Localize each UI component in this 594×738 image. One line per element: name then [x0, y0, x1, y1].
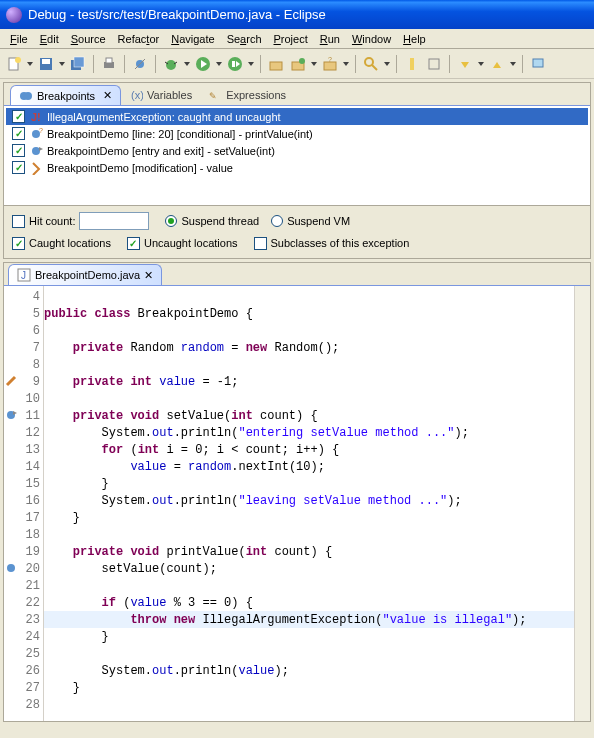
code-line[interactable]: }	[44, 509, 590, 526]
debug-button[interactable]	[161, 54, 181, 74]
menu-edit[interactable]: Edit	[34, 31, 65, 47]
gutter-line[interactable]: 5	[4, 305, 44, 322]
menu-source[interactable]: Source	[65, 31, 112, 47]
gutter-line[interactable]: 28	[4, 696, 44, 713]
code-line[interactable]	[44, 577, 590, 594]
code-line[interactable]: public class BreakpointDemo {	[44, 305, 590, 322]
gutter-line[interactable]: 14	[4, 458, 44, 475]
breakpoint-row[interactable]: J!IllegalArgumentException: caught and u…	[6, 108, 588, 125]
run-last-button[interactable]	[225, 54, 245, 74]
gutter-line[interactable]: 8	[4, 356, 44, 373]
code-area[interactable]: public class BreakpointDemo { private Ra…	[44, 286, 590, 713]
gutter-line[interactable]: 6	[4, 322, 44, 339]
dropdown-arrow[interactable]	[477, 54, 485, 74]
gutter-line[interactable]: 23	[4, 611, 44, 628]
code-line[interactable]: }	[44, 475, 590, 492]
close-icon[interactable]: ✕	[103, 89, 112, 102]
dropdown-arrow[interactable]	[383, 54, 391, 74]
code-line[interactable]: System.out.println("leaving setValue met…	[44, 492, 590, 509]
gutter-line[interactable]: 4	[4, 288, 44, 305]
menu-project[interactable]: Project	[268, 31, 314, 47]
gutter-line[interactable]: 19	[4, 543, 44, 560]
breakpoint-row[interactable]: BreakpointDemo [modification] - value	[6, 159, 588, 176]
suspend-thread-radio[interactable]	[165, 215, 177, 227]
gutter-line[interactable]: 11	[4, 407, 44, 424]
search-button[interactable]	[361, 54, 381, 74]
code-line[interactable]: private Random random = new Random();	[44, 339, 590, 356]
gutter-line[interactable]: 22	[4, 594, 44, 611]
annotation-next-button[interactable]	[487, 54, 507, 74]
new-class-button[interactable]	[288, 54, 308, 74]
editor-body[interactable]: 4567891011121314151617181920212223242526…	[4, 285, 590, 721]
code-line[interactable]: private int value = -1;	[44, 373, 590, 390]
breakpoint-checkbox[interactable]	[12, 144, 25, 157]
save-button[interactable]	[36, 54, 56, 74]
print-button[interactable]	[99, 54, 119, 74]
close-icon[interactable]: ✕	[144, 269, 153, 282]
new-button[interactable]	[4, 54, 24, 74]
dropdown-arrow[interactable]	[26, 54, 34, 74]
tab-breakpoints[interactable]: Breakpoints ✕	[10, 85, 121, 105]
menu-run[interactable]: Run	[314, 31, 346, 47]
vertical-scrollbar[interactable]	[574, 286, 590, 721]
breakpoint-checkbox[interactable]	[12, 127, 25, 140]
tab-variables[interactable]: (x)= Variables	[121, 85, 200, 105]
code-line[interactable]: private void setValue(int count) {	[44, 407, 590, 424]
gutter-line[interactable]: 26	[4, 662, 44, 679]
breakpoint-row[interactable]: ?BreakpointDemo [line: 20] [conditional]…	[6, 125, 588, 142]
code-line[interactable]: setValue(count);	[44, 560, 590, 577]
open-type-button[interactable]: ?	[320, 54, 340, 74]
dropdown-arrow[interactable]	[183, 54, 191, 74]
new-package-button[interactable]	[266, 54, 286, 74]
code-line[interactable]: System.out.println(value);	[44, 662, 590, 679]
gutter-line[interactable]: 13	[4, 441, 44, 458]
code-line[interactable]	[44, 356, 590, 373]
caught-checkbox[interactable]	[12, 237, 25, 250]
breakpoint-checkbox[interactable]	[12, 161, 25, 174]
suspend-vm-radio[interactable]	[271, 215, 283, 227]
gutter-line[interactable]: 16	[4, 492, 44, 509]
menu-window[interactable]: Window	[346, 31, 397, 47]
gutter-line[interactable]: 25	[4, 645, 44, 662]
gutter-line[interactable]: 9	[4, 373, 44, 390]
uncaught-checkbox[interactable]	[127, 237, 140, 250]
editor-tab[interactable]: J BreakpointDemo.java ✕	[8, 264, 162, 285]
dropdown-arrow[interactable]	[310, 54, 318, 74]
gutter-line[interactable]: 10	[4, 390, 44, 407]
gutter-line[interactable]: 21	[4, 577, 44, 594]
breakpoint-row[interactable]: BreakpointDemo [entry and exit] - setVal…	[6, 142, 588, 159]
editor-gutter[interactable]: 4567891011121314151617181920212223242526…	[4, 286, 44, 721]
dropdown-arrow[interactable]	[58, 54, 66, 74]
menu-file[interactable]: File	[4, 31, 34, 47]
gutter-line[interactable]: 20	[4, 560, 44, 577]
task-button[interactable]	[424, 54, 444, 74]
hit-count-field[interactable]	[79, 212, 149, 230]
gutter-line[interactable]: 12	[4, 424, 44, 441]
code-line[interactable]: }	[44, 628, 590, 645]
menu-help[interactable]: Help	[397, 31, 432, 47]
dropdown-arrow[interactable]	[509, 54, 517, 74]
save-all-button[interactable]	[68, 54, 88, 74]
breakpoints-list[interactable]: J!IllegalArgumentException: caught and u…	[4, 105, 590, 205]
code-line[interactable]	[44, 526, 590, 543]
hit-count-checkbox[interactable]	[12, 215, 25, 228]
menu-search[interactable]: Search	[221, 31, 268, 47]
gutter-line[interactable]: 15	[4, 475, 44, 492]
annotation-prev-button[interactable]	[455, 54, 475, 74]
subclasses-checkbox[interactable]	[254, 237, 267, 250]
code-line[interactable]	[44, 322, 590, 339]
dropdown-arrow[interactable]	[215, 54, 223, 74]
tab-expressions[interactable]: ✎ Expressions	[200, 85, 294, 105]
gutter-line[interactable]: 27	[4, 679, 44, 696]
menu-navigate[interactable]: Navigate	[165, 31, 220, 47]
code-line[interactable]	[44, 390, 590, 407]
dropdown-arrow[interactable]	[342, 54, 350, 74]
code-line[interactable]: if (value % 3 == 0) {	[44, 594, 590, 611]
pin-button[interactable]	[528, 54, 548, 74]
code-line[interactable]: value = random.nextInt(10);	[44, 458, 590, 475]
code-line[interactable]: }	[44, 679, 590, 696]
gutter-line[interactable]: 18	[4, 526, 44, 543]
code-line[interactable]	[44, 645, 590, 662]
code-line[interactable]: for (int i = 0; i < count; i++) {	[44, 441, 590, 458]
code-line[interactable]	[44, 696, 590, 713]
